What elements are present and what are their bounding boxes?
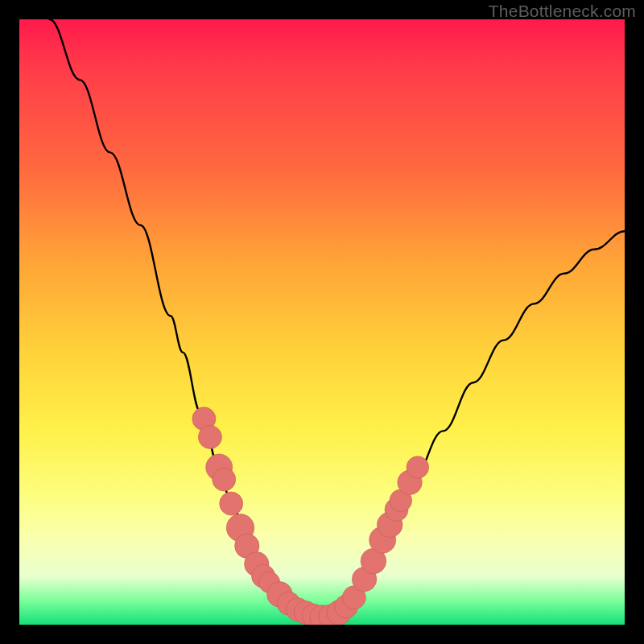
chart-svg [19,19,625,625]
data-marker [198,425,221,448]
data-marker [213,468,236,491]
data-marker [220,492,243,515]
bottleneck-curve [50,19,625,619]
attribution-label: TheBottleneck.com [489,2,636,21]
chart-frame: TheBottleneck.com [0,0,644,644]
chart-plot-area [19,19,625,625]
data-markers [192,407,429,625]
data-marker [407,456,429,479]
